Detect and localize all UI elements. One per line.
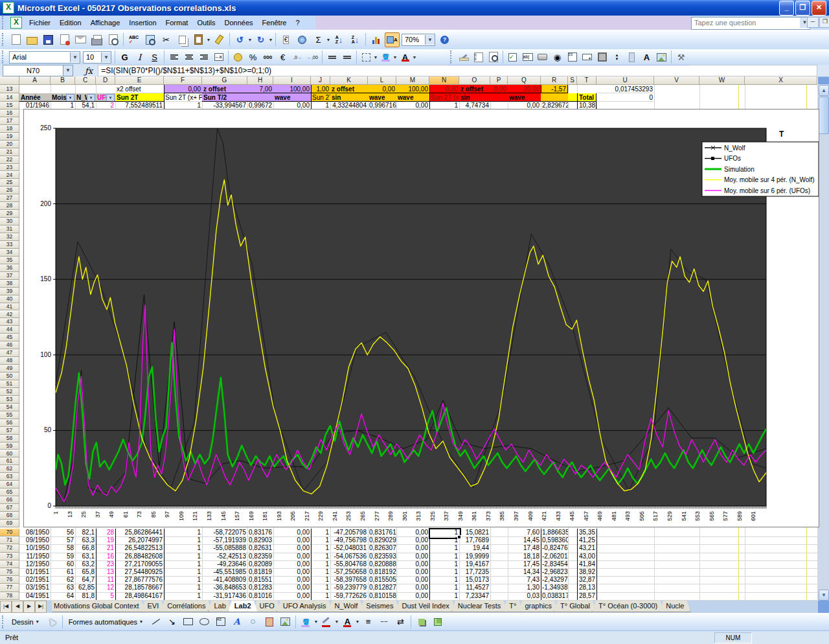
row-header-38[interactable]: 38: [0, 280, 19, 288]
cell-G78[interactable]: -31,917436: [202, 592, 247, 600]
cell-E78[interactable]: 28,49864167: [115, 592, 164, 600]
cell-I73[interactable]: 0,00: [273, 553, 311, 560]
cell-B73[interactable]: 59: [51, 553, 75, 560]
font-size-combo[interactable]: 10▼: [83, 51, 111, 63]
row-header-50[interactable]: 50: [0, 373, 19, 380]
row-header-61[interactable]: 61: [0, 457, 19, 465]
fill-color-icon[interactable]: 🪣: [379, 51, 392, 63]
cell-O76[interactable]: 15,0173: [459, 576, 490, 584]
cell-K76[interactable]: -58,397658: [330, 576, 368, 584]
redo-icon[interactable]: ↻: [253, 32, 268, 47]
row-header-34[interactable]: 34: [0, 249, 19, 257]
spelling-icon[interactable]: ABC✓: [126, 32, 141, 47]
cell-H74[interactable]: 0,82089: [247, 560, 273, 568]
cell-B74[interactable]: 60: [51, 560, 75, 568]
open-icon[interactable]: [25, 32, 40, 47]
arrow-style-icon[interactable]: ⇄: [393, 614, 408, 629]
cell-T14[interactable]: Total: [577, 93, 596, 102]
row-header-18[interactable]: 18: [0, 125, 19, 133]
row-header-69[interactable]: 69: [0, 520, 19, 527]
autofilter-dropdown-icon[interactable]: ▼: [106, 94, 115, 102]
cell-H70[interactable]: 0,83176: [247, 529, 273, 536]
3d-style-icon[interactable]: [430, 614, 445, 629]
permission-icon[interactable]: [57, 32, 72, 47]
menu-item-affichage[interactable]: Affichage: [86, 17, 125, 29]
font-color-icon[interactable]: A: [340, 614, 355, 629]
column-header-R[interactable]: R: [541, 76, 568, 85]
cell-D76[interactable]: 11: [96, 576, 115, 584]
formes-automatiques-menu[interactable]: Formes automatiques▼: [65, 617, 148, 627]
underline-icon[interactable]: S: [148, 51, 161, 63]
vertical-scroll-thumb[interactable]: [819, 97, 829, 134]
column-header-K[interactable]: K: [330, 76, 368, 85]
cell-Q78[interactable]: 0,03: [508, 592, 541, 600]
clip-art-icon[interactable]: [262, 614, 277, 629]
oval-icon[interactable]: [197, 614, 212, 629]
cell-E77[interactable]: 28,18578667: [115, 584, 164, 592]
euro-icon[interactable]: €: [276, 51, 290, 63]
cell-D74[interactable]: 23: [96, 560, 115, 568]
cell-P75[interactable]: [490, 568, 508, 576]
control-toolbox-grip[interactable]: [450, 51, 454, 63]
row-header-57[interactable]: 57: [0, 427, 19, 435]
row-header-72[interactable]: 72: [0, 544, 19, 552]
cell-G72[interactable]: -55,085888: [202, 544, 247, 552]
workbook-minimize-button[interactable]: ─: [807, 17, 819, 28]
cell-K13[interactable]: z offset: [330, 85, 368, 93]
image-control-icon[interactable]: [655, 51, 668, 63]
cell-F74[interactable]: 1: [164, 560, 202, 568]
cell-K74[interactable]: -55,804768: [330, 560, 368, 568]
cell-H14[interactable]: [247, 93, 273, 102]
font-color-dropdown-icon[interactable]: ▼: [412, 55, 417, 60]
row-header-54[interactable]: 54: [0, 404, 19, 411]
cell-R72[interactable]: -0,8247675: [541, 544, 568, 552]
row-header-63[interactable]: 63: [0, 473, 19, 481]
cell-J75[interactable]: 1: [311, 568, 330, 576]
scroll-up-icon[interactable]: ▲: [819, 85, 829, 96]
dessin-menu[interactable]: Dessin▼: [8, 617, 44, 627]
spin-button-icon[interactable]: ▲▼: [610, 51, 624, 63]
fill-color-icon[interactable]: 🪣: [299, 614, 313, 629]
rectangle-icon[interactable]: [181, 614, 196, 629]
cell-C77[interactable]: 62,85: [75, 584, 96, 592]
cell-G75[interactable]: -45,551985: [202, 568, 247, 576]
cell-K77[interactable]: -59,239779: [330, 584, 368, 592]
row-header-75[interactable]: 75: [0, 568, 19, 576]
cell-J71[interactable]: 1: [311, 536, 330, 544]
cell-K71[interactable]: -49,756798: [330, 536, 368, 544]
row-header-28[interactable]: 28: [0, 202, 19, 210]
cell-N77[interactable]: 1: [429, 584, 459, 592]
restore-button[interactable]: ❐: [795, 1, 810, 16]
cell-L13[interactable]: 0,00: [368, 85, 396, 93]
checkbox-icon[interactable]: ✓: [506, 51, 519, 63]
row-header-13[interactable]: 13: [0, 85, 19, 93]
formatting-toolbar-grip[interactable]: [2, 51, 6, 63]
command-button-icon[interactable]: [536, 51, 549, 63]
cell-L14[interactable]: wave: [368, 93, 396, 102]
cell-U13[interactable]: 0,017453293: [596, 85, 654, 93]
cell-A75[interactable]: 01/1951: [19, 568, 51, 576]
tab-scroll-last-icon[interactable]: ▶|: [35, 601, 47, 613]
cell-R77[interactable]: -1,349387: [541, 584, 568, 592]
cell-N78[interactable]: 1: [429, 592, 459, 600]
cell-F14[interactable]: Sun 2T (x+ PI/2: [164, 93, 202, 102]
cell-Q77[interactable]: 1,30: [508, 584, 541, 592]
cell-H76[interactable]: 0,81551: [247, 576, 273, 584]
menu-item-format[interactable]: Format: [161, 17, 193, 29]
standard-toolbar-grip[interactable]: [2, 33, 6, 46]
row-header-32[interactable]: 32: [0, 233, 19, 241]
cell-N73[interactable]: 1: [429, 553, 459, 560]
row-header-20[interactable]: 20: [0, 141, 19, 148]
row-header-62[interactable]: 62: [0, 465, 19, 473]
cell-F72[interactable]: 1: [164, 544, 202, 552]
cell-R70[interactable]: 1,88663501: [541, 529, 568, 536]
cell-R14[interactable]: [541, 93, 568, 102]
cell-A78[interactable]: 04/1951: [19, 592, 51, 600]
formula-input[interactable]: =SI(SIN(B70*PI()/$N$11+$N$13)+$N$10>=0;1…: [98, 65, 817, 76]
row-header-26[interactable]: 26: [0, 187, 19, 194]
cell-S14[interactable]: [568, 93, 577, 102]
column-header-P[interactable]: P: [490, 76, 508, 85]
cell-L70[interactable]: 0,831761: [368, 529, 396, 536]
cell-O71[interactable]: 17,7689: [459, 536, 490, 544]
row-header-17[interactable]: 17: [0, 117, 19, 125]
